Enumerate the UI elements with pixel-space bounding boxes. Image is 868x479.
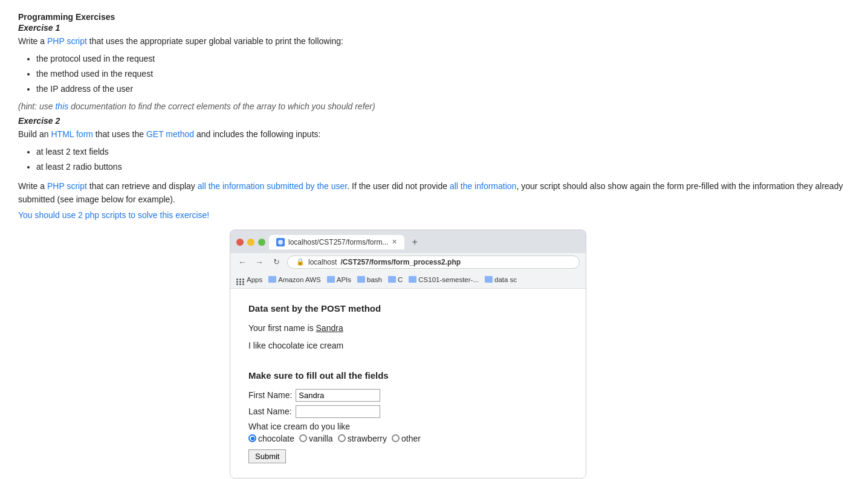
browser-tab[interactable]: localhost/CST257/forms/form... ✕ <box>269 235 404 249</box>
bookmark-c-label: C <box>398 276 403 283</box>
folder-icon <box>409 276 416 283</box>
folder-icon <box>357 276 365 283</box>
bookmark-apis[interactable]: APIs <box>327 276 351 283</box>
dot-red[interactable] <box>236 239 244 246</box>
last-name-label: Last Name: <box>248 407 292 416</box>
bookmark-data[interactable]: data sc <box>485 276 517 283</box>
ice-cream-label: What ice cream do you like <box>248 422 568 431</box>
bookmark-apps[interactable]: Apps <box>236 274 262 285</box>
list-item: at least 2 text fields <box>36 146 850 158</box>
address-bar-bold: /CST257/forms/form_process2.php <box>340 258 461 266</box>
first-name-line: Your first name is Sandra <box>248 322 568 335</box>
tab-favicon <box>276 238 285 246</box>
apps-grid-icon <box>236 274 245 285</box>
list-item: the IP address of the user <box>36 83 850 95</box>
list-item: at least 2 radio buttons <box>36 161 850 173</box>
this-link[interactable]: this <box>55 101 68 111</box>
bookmark-c[interactable]: C <box>388 276 403 283</box>
exercise2-list: at least 2 text fields at least 2 radio … <box>36 146 850 173</box>
address-bar-pre: localhost <box>308 258 337 266</box>
html-link[interactable]: HTML form <box>51 129 92 139</box>
bookmark-bash-label: bash <box>367 276 382 283</box>
bookmark-amazon[interactable]: Amazon AWS <box>268 276 321 283</box>
list-item: the protocol used in the request <box>36 53 850 65</box>
you-should: You should use 2 php scripts to solve th… <box>18 210 850 220</box>
radio-vanilla-label: vanilla <box>309 434 333 443</box>
exercise1-list: the protocol used in the request the met… <box>36 53 850 95</box>
radio-other-circle <box>392 434 400 442</box>
radio-other-label: other <box>401 434 421 443</box>
browser-bookmarks: Apps Amazon AWS APIs bash C CS101-semest… <box>230 272 586 289</box>
browser-controls: localhost/CST257/forms/form... ✕ + <box>236 235 580 249</box>
tab-url: localhost/CST257/forms/form... <box>288 238 388 246</box>
dot-green[interactable] <box>258 239 265 246</box>
last-name-input[interactable] <box>296 405 380 418</box>
bookmark-apis-label: APIs <box>337 276 351 283</box>
svg-point-0 <box>278 240 283 245</box>
refresh-button[interactable]: ↻ <box>270 257 282 266</box>
submit-button[interactable]: Submit <box>248 449 286 463</box>
browser-mockup: localhost/CST257/forms/form... ✕ + ← → ↻… <box>230 230 586 478</box>
radio-chocolate-circle <box>248 434 256 442</box>
first-name-value: Sandra <box>316 323 343 333</box>
data-heading: Data sent by the POST method <box>248 303 568 313</box>
bookmark-cs101[interactable]: CS101-semester-... <box>409 276 479 283</box>
bookmark-cs101-label: CS101-semester-... <box>418 276 479 283</box>
folder-icon <box>388 276 396 283</box>
long-text: Write a PHP script that can retrieve and… <box>18 179 850 207</box>
back-button[interactable]: ← <box>236 257 248 267</box>
warning-heading: Make sure to fill out all the fields <box>248 370 568 381</box>
folder-icon <box>327 276 335 283</box>
hint-line: (hint: use this documentation to find th… <box>18 101 850 111</box>
tab-bar: localhost/CST257/forms/form... ✕ + <box>269 235 421 249</box>
first-name-label: First Name: <box>248 390 292 400</box>
address-bar[interactable]: 🔒 localhost/CST257/forms/form_process2.p… <box>287 256 580 269</box>
list-item: the method used in the request <box>36 68 850 80</box>
radio-chocolate-label: chocolate <box>258 434 294 443</box>
radio-other[interactable]: other <box>392 434 421 443</box>
folder-icon <box>485 276 493 283</box>
radio-strawberry-circle <box>338 434 346 442</box>
first-name-input[interactable] <box>296 389 380 402</box>
bookmark-bash[interactable]: bash <box>357 276 382 283</box>
ice-cream-line: I like chocolate ice cream <box>248 339 568 352</box>
bookmark-data-label: data sc <box>494 276 517 283</box>
php-link2[interactable]: PHP script <box>47 181 87 191</box>
radio-strawberry-label: strawberry <box>348 434 387 443</box>
forward-button[interactable]: → <box>253 257 265 267</box>
radio-options-row: chocolate vanilla strawberry other <box>248 434 568 443</box>
radio-chocolate[interactable]: chocolate <box>248 434 294 443</box>
last-name-row: Last Name: <box>248 405 568 418</box>
radio-chocolate-inner <box>251 437 254 440</box>
browser-titlebar: localhost/CST257/forms/form... ✕ + <box>230 230 586 253</box>
bookmark-amazon-label: Amazon AWS <box>278 276 321 283</box>
exercise1-title: Exercise 1 <box>18 23 850 33</box>
lock-icon: 🔒 <box>296 258 305 266</box>
page-title: Programming Exercises <box>18 12 850 22</box>
hint-post: documentation to find the correct elemen… <box>68 101 375 111</box>
tab-close-icon[interactable]: ✕ <box>392 238 397 246</box>
exercise2-desc: Build an HTML form that uses the GET met… <box>18 128 850 141</box>
browser-omnibox-row: ← → ↻ 🔒 localhost/CST257/forms/form_proc… <box>230 253 586 272</box>
php-link1[interactable]: PHP script <box>47 36 87 46</box>
dot-yellow[interactable] <box>247 239 254 246</box>
radio-strawberry[interactable]: strawberry <box>338 434 387 443</box>
first-name-row: First Name: <box>248 389 568 402</box>
folder-icon <box>268 276 276 283</box>
bookmark-apps-label: Apps <box>247 276 262 283</box>
browser-content: Data sent by the POST method Your first … <box>230 289 586 478</box>
exercise2-title: Exercise 2 <box>18 116 850 126</box>
hint-pre: (hint: use <box>18 101 55 111</box>
new-tab-icon[interactable]: + <box>408 237 421 248</box>
exercise1-desc: Write a PHP script that uses the appropr… <box>18 35 850 48</box>
radio-vanilla[interactable]: vanilla <box>299 434 333 443</box>
radio-vanilla-circle <box>299 434 307 442</box>
